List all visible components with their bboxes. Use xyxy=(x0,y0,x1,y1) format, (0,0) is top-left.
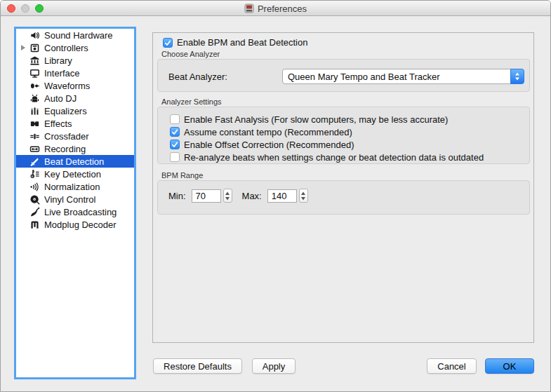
effects-icon xyxy=(29,118,40,129)
normalization-icon xyxy=(29,181,40,192)
sidebar-item-label: Modplug Decoder xyxy=(44,219,117,230)
analyzer-settings-groupbox: Enable Fast Analysis (For slow computers… xyxy=(157,107,530,164)
analyzer-setting-checkbox-1[interactable] xyxy=(170,127,180,137)
analyzer-setting-row: Enable Offset Correction (Recommended) xyxy=(170,138,525,151)
cancel-button[interactable]: Cancel xyxy=(427,358,477,374)
ok-button[interactable]: OK xyxy=(485,358,534,374)
sidebar-item-label: Controllers xyxy=(44,43,88,53)
analyzer-setting-label: Assume constant tempo (Recommended) xyxy=(184,127,352,137)
equalizers-icon xyxy=(29,105,40,116)
waveforms-icon xyxy=(29,80,40,91)
choose-analyzer-groupbox: Beat Analyzer: Queen Mary Tempo and Beat… xyxy=(157,59,530,92)
disclosure-triangle-icon[interactable] xyxy=(20,44,29,51)
live-broadcasting-icon xyxy=(29,206,40,217)
app-icon xyxy=(244,4,254,13)
beat-analyzer-dropdown[interactable]: Queen Mary Tempo and Beat Tracker xyxy=(282,69,524,84)
disclosure-spacer xyxy=(20,133,29,140)
sidebar-item-modplug-decoder[interactable]: Modplug Decoder xyxy=(16,218,134,231)
disclosure-spacer xyxy=(20,107,29,114)
analyzer-setting-label: Re-analyze beats when settings change or… xyxy=(184,152,484,163)
sidebar-item-key-detection[interactable]: Key Detection xyxy=(16,168,134,180)
enable-bpm-label: Enable BPM and Beat Detection xyxy=(177,37,307,48)
bpm-range-group-label: BPM Range xyxy=(161,171,203,180)
disclosure-spacer xyxy=(20,120,29,127)
analyzer-setting-checkbox-0[interactable] xyxy=(170,114,180,124)
interface-icon xyxy=(29,67,40,79)
sidebar-item-equalizers[interactable]: Equalizers xyxy=(16,104,134,117)
sidebar-item-label: Waveforms xyxy=(44,81,90,91)
bpm-min-input[interactable] xyxy=(192,189,221,203)
dropdown-chevrons-icon xyxy=(510,69,524,84)
disclosure-spacer xyxy=(20,183,29,190)
choose-analyzer-group-label: Choose Analyzer xyxy=(161,50,220,58)
sidebar-item-waveforms[interactable]: Waveforms xyxy=(16,79,134,92)
analyzer-setting-label: Enable Offset Correction (Recommended) xyxy=(184,140,354,150)
beat-detection-panel: Enable BPM and Beat Detection Choose Ana… xyxy=(152,32,534,343)
disclosure-spacer xyxy=(20,82,29,89)
sidebar-item-crossfader[interactable]: Crossfader xyxy=(16,130,134,142)
beat-analyzer-selected-option: Queen Mary Tempo and Beat Tracker xyxy=(283,72,510,82)
beat-detection-icon xyxy=(29,156,40,167)
sidebar-item-auto-dj[interactable]: Auto DJ xyxy=(16,92,134,104)
restore-defaults-button[interactable]: Restore Defaults xyxy=(153,358,242,374)
bpm-range-groupbox: Min: Max: xyxy=(157,180,530,215)
vinyl-control-icon xyxy=(29,194,40,205)
bpm-min-label: Min: xyxy=(168,191,186,201)
bpm-max-input[interactable] xyxy=(267,189,297,203)
disclosure-spacer xyxy=(20,208,29,215)
sidebar-item-live-broadcasting[interactable]: Live Broadcasting xyxy=(16,205,134,218)
bpm-max-stepper[interactable] xyxy=(299,189,308,203)
sidebar-item-label: Interface xyxy=(44,68,80,79)
sidebar-item-recording[interactable]: Recording xyxy=(16,142,134,155)
sidebar-item-label: Recording xyxy=(44,144,86,154)
disclosure-spacer xyxy=(20,221,29,228)
preferences-sidebar: Sound HardwareControllersLibraryInterfac… xyxy=(14,27,136,379)
sidebar-item-label: Auto DJ xyxy=(44,93,77,104)
title-bar: Preferences xyxy=(1,1,550,16)
sidebar-item-label: Beat Detection xyxy=(44,156,104,167)
sidebar-item-label: Crossfader xyxy=(44,131,89,142)
sidebar-item-controllers[interactable]: Controllers xyxy=(16,41,134,54)
disclosure-spacer xyxy=(20,32,29,39)
apply-button[interactable]: Apply xyxy=(252,358,296,374)
recording-icon xyxy=(29,143,40,154)
sidebar-item-normalization[interactable]: Normalization xyxy=(16,180,134,193)
sidebar-item-label: Library xyxy=(44,55,72,66)
controllers-icon xyxy=(29,42,40,53)
sidebar-item-label: Normalization xyxy=(44,182,100,192)
sidebar-item-label: Key Detection xyxy=(44,169,101,180)
analyzer-setting-row: Assume constant tempo (Recommended) xyxy=(170,126,525,138)
bpm-min-stepper[interactable] xyxy=(223,189,232,203)
enable-bpm-checkbox[interactable] xyxy=(163,38,173,48)
sidebar-item-label: Vinyl Control xyxy=(44,194,95,205)
sidebar-item-interface[interactable]: Interface xyxy=(16,67,134,79)
crossfader-icon xyxy=(29,130,40,142)
enable-bpm-row: Enable BPM and Beat Detection xyxy=(163,37,307,48)
sidebar-item-sound-hardware[interactable]: Sound Hardware xyxy=(16,29,134,41)
disclosure-spacer xyxy=(20,95,29,102)
sidebar-item-beat-detection[interactable]: Beat Detection xyxy=(16,155,134,168)
modplug-decoder-icon xyxy=(29,219,40,230)
window-title: Preferences xyxy=(258,4,307,14)
analyzer-setting-row: Enable Fast Analysis (For slow computers… xyxy=(170,113,525,126)
sidebar-item-label: Sound Hardware xyxy=(44,30,113,41)
disclosure-spacer xyxy=(20,145,29,152)
sidebar-item-effects[interactable]: Effects xyxy=(16,117,134,130)
sidebar-item-label: Effects xyxy=(44,119,72,129)
analyzer-settings-group-label: Analyzer Settings xyxy=(161,97,222,106)
sidebar-item-library[interactable]: Library xyxy=(16,54,134,67)
disclosure-spacer xyxy=(20,196,29,203)
auto-dj-icon xyxy=(29,93,40,104)
sidebar-item-label: Equalizers xyxy=(44,106,87,116)
sidebar-item-vinyl-control[interactable]: Vinyl Control xyxy=(16,193,134,205)
disclosure-spacer xyxy=(20,170,29,177)
disclosure-spacer xyxy=(20,57,29,64)
analyzer-setting-checkbox-3[interactable] xyxy=(170,152,180,162)
analyzer-setting-checkbox-2[interactable] xyxy=(170,140,180,149)
key-detection-icon xyxy=(29,168,40,180)
analyzer-setting-row: Re-analyze beats when settings change or… xyxy=(170,151,525,163)
preferences-window: Preferences Sound HardwareControllersLib… xyxy=(0,0,551,392)
library-icon xyxy=(29,55,40,66)
analyzer-setting-label: Enable Fast Analysis (For slow computers… xyxy=(184,114,448,125)
sound-hardware-icon xyxy=(29,29,40,41)
